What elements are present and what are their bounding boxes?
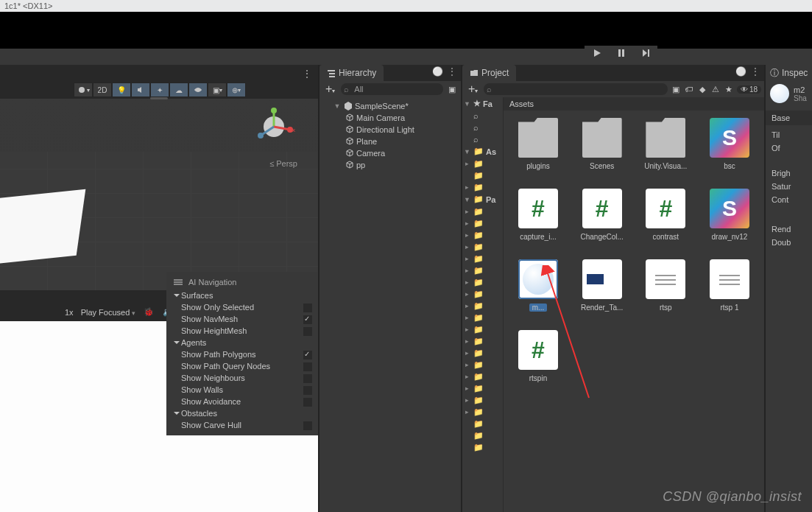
tree-item[interactable]: ▸📁 — [462, 300, 503, 312]
nav-item[interactable]: Show NavMesh — [166, 313, 318, 325]
hierarchy-scene[interactable]: ▼SampleScene* — [319, 100, 461, 112]
lock-icon[interactable]: ⚪ — [735, 66, 746, 77]
tree-item[interactable]: 📁 — [462, 418, 503, 429]
panel-menu-icon[interactable]: ⋮ — [448, 66, 456, 77]
light-toggle-icon[interactable]: 💡 — [112, 83, 131, 97]
inspector-row[interactable]: Of — [766, 141, 812, 155]
asset-item[interactable]: Sbsc — [701, 118, 758, 189]
tree-item[interactable]: ▸📁 — [462, 323, 503, 335]
inspector-row[interactable]: Doub — [766, 236, 812, 249]
tree-item[interactable]: ▸📁 — [462, 241, 503, 253]
tree-item[interactable]: ▸📁 — [462, 394, 503, 406]
tree-item[interactable]: ▸📁 — [462, 206, 503, 217]
tree-item[interactable]: ▸📁 — [462, 181, 503, 193]
favorites-root[interactable]: ▼★Fa — [462, 97, 503, 110]
tab-project[interactable]: Project — [462, 65, 516, 81]
asset-item[interactable]: ChangeCol... — [573, 189, 631, 259]
asset-item[interactable]: Render_Ta... — [573, 259, 631, 330]
tree-item[interactable]: ⌕ — [462, 110, 503, 122]
tree-item[interactable]: ▸📁 — [462, 312, 503, 323]
inspector-row[interactable]: Cont — [766, 193, 812, 206]
tree-item[interactable]: ⌕ — [462, 122, 503, 133]
tree-item[interactable]: 📁 — [462, 169, 503, 181]
2d-toggle[interactable]: 2D — [93, 83, 112, 97]
nav-item[interactable]: Show Carve Hull — [166, 419, 318, 431]
checkbox[interactable] — [303, 398, 312, 407]
tab-inspector[interactable]: ⓘInspec — [766, 65, 812, 81]
scene-plane-object[interactable] — [0, 189, 85, 267]
orientation-gizmo-icon[interactable]: x — [252, 108, 296, 141]
tree-item[interactable]: ▸📁 — [462, 276, 503, 288]
play-focused-dropdown[interactable]: Play Focused — [81, 308, 135, 317]
asset-item[interactable]: plugins — [509, 118, 567, 189]
perspective-label[interactable]: ≤ Persp — [269, 159, 297, 168]
tree-item[interactable]: ▸📁 — [462, 347, 503, 359]
nav-item[interactable]: Show Path Query Nodes — [166, 360, 318, 372]
add-button[interactable]: +▾ — [465, 83, 481, 96]
tree-item[interactable]: ▸📁 — [462, 158, 503, 169]
audio-toggle-icon[interactable] — [131, 83, 150, 97]
asset-item[interactable]: Unity.Visua... — [637, 118, 694, 189]
tree-item[interactable]: 📁 — [462, 429, 503, 441]
search-scope-icon[interactable]: ▣ — [671, 85, 681, 94]
visibility-icon[interactable] — [188, 83, 208, 97]
search-mode-icon[interactable]: ▣ — [446, 85, 458, 94]
tree-item[interactable]: ▸📁 — [462, 359, 503, 371]
tree-item[interactable]: ▸📁 — [462, 217, 503, 229]
pause-button[interactable] — [609, 46, 633, 60]
tree-item[interactable]: ▸📁 — [462, 264, 503, 276]
asset-item[interactable]: contrast — [637, 189, 694, 259]
checkbox[interactable] — [303, 315, 312, 324]
nav-item[interactable]: Show Neighbours — [166, 372, 318, 384]
nav-item[interactable]: Show HeightMesh — [166, 325, 318, 337]
hierarchy-item[interactable]: Main Camera — [319, 112, 461, 124]
add-button[interactable]: +▾ — [322, 83, 338, 96]
play-button[interactable] — [585, 46, 609, 60]
scene-context-menu-icon[interactable]: ⋮ — [302, 68, 312, 80]
inspector-shader[interactable]: Sha — [794, 94, 807, 102]
drag-handle-icon[interactable] — [148, 96, 170, 100]
asset-item[interactable]: m... — [509, 259, 567, 330]
scene-viewport[interactable]: x ≤ Persp AI Navigation Surfaces Show On… — [0, 99, 318, 290]
inspector-row[interactable]: Satur — [766, 180, 812, 193]
checkbox[interactable] — [303, 421, 312, 430]
asset-item[interactable]: rtsp — [637, 259, 694, 330]
assets-root[interactable]: ▼📁As — [462, 145, 503, 158]
tree-item[interactable]: ▸📁 — [462, 406, 503, 418]
asset-item[interactable]: rtspin — [509, 330, 567, 401]
nav-section-agents[interactable]: Agents — [166, 337, 318, 348]
hierarchy-item[interactable]: Camera — [319, 147, 461, 159]
inspector-section-base[interactable]: Base — [766, 111, 812, 125]
type-filter-icon[interactable]: ◆ — [697, 85, 707, 94]
checkbox[interactable] — [303, 351, 312, 360]
scale-label[interactable]: 1x — [65, 308, 74, 317]
nav-item[interactable]: Show Path Polygons — [166, 348, 318, 360]
expand-icon[interactable]: ▼ — [333, 102, 342, 110]
asset-item[interactable]: Sdraw_nv12 — [701, 189, 758, 259]
tree-item[interactable]: 📁 — [462, 441, 503, 453]
asset-item[interactable]: Scenes — [573, 118, 631, 189]
tree-item[interactable]: ⌕ — [462, 133, 503, 145]
nav-section-surfaces[interactable]: Surfaces — [166, 290, 318, 301]
gizmo-dropdown-icon[interactable]: ⊕▾ — [227, 83, 246, 97]
step-button[interactable] — [633, 46, 657, 60]
scene-camera-icon[interactable]: ▾ — [74, 83, 93, 97]
inspector-row[interactable]: Brigh — [766, 166, 812, 180]
nav-item[interactable]: Show Only Selected — [166, 301, 318, 313]
checkbox[interactable] — [303, 327, 312, 336]
hierarchy-item[interactable]: Plane — [319, 136, 461, 147]
camera-view-icon[interactable]: ▣▾ — [208, 83, 227, 97]
nav-item[interactable]: Show Avoidance — [166, 396, 318, 407]
tree-item[interactable]: ▸📁 — [462, 382, 503, 394]
tree-item[interactable]: ▸📁 — [462, 371, 503, 382]
hidden-count[interactable]: 👁18 — [737, 85, 761, 94]
inspector-row[interactable]: Til — [766, 128, 812, 141]
checkbox[interactable] — [303, 386, 312, 395]
fx-toggle-icon[interactable]: ✦ — [150, 83, 169, 97]
tree-item[interactable]: ▸📁 — [462, 253, 503, 264]
nav-item[interactable]: Show Walls — [166, 384, 318, 396]
tree-item[interactable]: ▸📁 — [462, 335, 503, 347]
bug-icon[interactable]: 🐞 — [143, 307, 155, 318]
hierarchy-search-input[interactable]: All — [341, 83, 443, 95]
hierarchy-item[interactable]: pp — [319, 159, 461, 171]
